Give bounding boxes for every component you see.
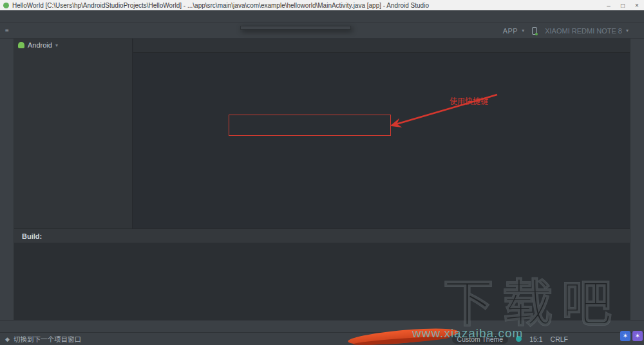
- right-tool-strip: [630, 39, 644, 320]
- device-icon: [532, 27, 537, 35]
- annotation-arrow: [361, 87, 515, 132]
- status-hint-icon: ◆: [5, 336, 10, 342]
- title-bar: HelloWorld [C:\Users\hp\AndroidStudioPro…: [0, 0, 644, 10]
- watermark-url: www.xiazaiba.com: [412, 326, 523, 340]
- code-editor[interactable]: [133, 53, 630, 56]
- project-view-select[interactable]: Android: [28, 41, 52, 49]
- caret-position[interactable]: 15:1: [529, 335, 542, 343]
- android-studio-logo-icon: [3, 3, 9, 8]
- status-bar: ◆ 切换到下一个项目窗口 Custom Theme 15:1 CRLF: [0, 332, 644, 345]
- chevron-down-icon: ▾: [626, 28, 629, 33]
- run-configuration-select[interactable]: app ▾: [499, 26, 529, 36]
- maximize-button[interactable]: □: [616, 2, 630, 9]
- device-select[interactable]: XIAOMI REDMI NOTE 8 ▾: [541, 26, 632, 36]
- build-panel-label: Build:: [14, 232, 48, 240]
- status-hint-text: 切换到下一个项目窗口: [14, 334, 81, 344]
- window-menu-popup: [240, 26, 351, 30]
- android-studio-window: { "window": { "title": "HelloWorld [C:\\…: [0, 0, 644, 345]
- chevron-down-icon: ▾: [522, 28, 524, 33]
- menu-bar: [0, 10, 644, 23]
- close-button[interactable]: ×: [630, 2, 644, 9]
- line-separator-indicator[interactable]: CRLF: [551, 335, 568, 343]
- project-panel: Android ▾: [14, 39, 133, 228]
- editor-tab-bar: [133, 39, 630, 53]
- watermark-logo-icon: ✶: [620, 331, 630, 341]
- project-panel-header: Android ▾: [14, 39, 132, 51]
- navigation-bar-home-icon: ≡: [5, 27, 9, 34]
- watermark-text: 下载吧: [443, 279, 621, 329]
- minimize-button[interactable]: –: [601, 2, 616, 9]
- android-icon: [18, 42, 24, 48]
- chevron-down-icon: ▾: [55, 42, 58, 48]
- build-panel-toolbar: [14, 243, 28, 321]
- left-tool-strip: [0, 39, 14, 332]
- build-panel-header: Build:: [14, 229, 630, 243]
- watermark-logo2-icon: ✶: [632, 331, 643, 341]
- window-title: HelloWorld [C:\Users\hp\AndroidStudioPro…: [12, 2, 601, 9]
